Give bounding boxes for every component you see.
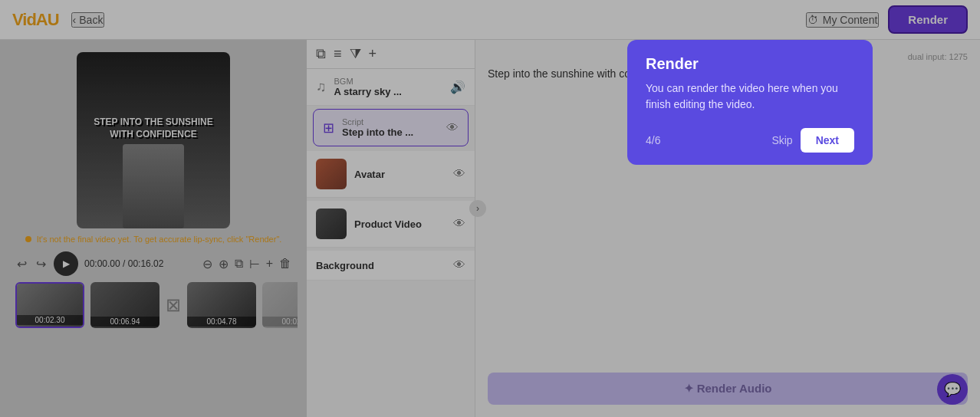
undo-button[interactable]: ↩ <box>15 255 28 273</box>
bgm-volume-icon[interactable]: 🔊 <box>450 80 465 94</box>
layers-add-icon[interactable]: + <box>369 46 377 62</box>
bgm-layer-info: BGM A starry sky ... <box>334 77 443 97</box>
layers-panel: ⧉ ≡ ⧩ + ♫ BGM A starry sky ... 🔊 ⊞ Scrip… <box>307 40 475 417</box>
skip-button[interactable]: Skip <box>771 134 792 146</box>
script-eye-icon[interactable]: 👁 <box>446 121 459 135</box>
logo-vid: Vid <box>12 10 36 29</box>
playback-controls: ↩ ↪ ▶ 00:00.00 / 00:16.02 ⊖ ⊕ ⧉ ⊢ + 🗑 <box>9 251 298 276</box>
script-layer-value: Step into the ... <box>342 126 439 138</box>
topbar: VidAU ‹ Back ⏱ My Content Render <box>0 0 980 40</box>
tooltip-step: 4/6 <box>646 134 660 146</box>
bgm-layer-title: BGM <box>334 77 443 86</box>
back-button[interactable]: ‹ Back <box>71 12 105 28</box>
script-layer-info: Script Step into the ... <box>342 117 439 138</box>
layers-filter-icon[interactable]: ⧩ <box>350 46 361 62</box>
tooltip-description: You can render the video here when you f… <box>646 80 854 113</box>
timeline-thumb-2[interactable]: 00:06.94 <box>90 282 159 328</box>
product-video-layer-info: Product Video <box>354 218 446 230</box>
layers-toolbar: ⧉ ≡ ⧩ + <box>307 40 475 69</box>
chat-icon: 💬 <box>944 381 961 398</box>
background-eye-icon[interactable]: 👁 <box>453 258 465 272</box>
timeline-thumb-3[interactable]: 00:04.78 <box>187 282 256 328</box>
video-person-figure <box>123 144 184 228</box>
my-content-button[interactable]: ⏱ My Content <box>806 12 880 28</box>
trash-icon[interactable]: 🗑 <box>279 257 291 271</box>
script-layer-icon: ⊞ <box>323 120 334 136</box>
bgm-layer-item[interactable]: ♫ BGM A starry sky ... 🔊 <box>307 69 475 106</box>
tooltip-popup: Render You can render the video here whe… <box>627 40 873 165</box>
video-preview-inner: STEP INTO THE SUNSHINEWITH CONFIDENCE <box>77 52 230 228</box>
tooltip-actions: Skip Next <box>771 128 854 153</box>
timeline-thumb-1[interactable]: 00:02.30 <box>15 282 84 328</box>
topbar-left: VidAU ‹ Back <box>12 10 104 30</box>
zoom-out-icon[interactable]: ⊖ <box>202 257 212 271</box>
music-icon: ♫ <box>316 79 327 95</box>
panel-collapse-button[interactable]: › <box>469 200 486 217</box>
warning-text: It's not the final video yet. To get acc… <box>25 235 282 244</box>
playback-extra-controls: ⊖ ⊕ ⧉ ⊢ + 🗑 <box>202 257 291 271</box>
time-display: 00:00.00 / 00:16.02 <box>84 258 163 269</box>
timeline-thumb-4[interactable]: 00:02.00 <box>262 282 298 328</box>
left-panel: STEP INTO THE SUNSHINEWITH CONFIDENCE It… <box>0 40 307 417</box>
video-preview: STEP INTO THE SUNSHINEWITH CONFIDENCE <box>77 52 230 228</box>
background-layer-title: Background <box>316 260 446 271</box>
bgm-layer-value: A starry sky ... <box>334 86 443 97</box>
layers-align-icon[interactable]: ≡ <box>334 46 342 62</box>
background-layer-item[interactable]: Background 👁 <box>307 251 475 281</box>
redo-button[interactable]: ↪ <box>35 255 48 273</box>
product-video-layer-title: Product Video <box>354 218 446 230</box>
timeline-thumb-label-3: 00:04.78 <box>187 317 256 327</box>
chat-button[interactable]: 💬 <box>937 374 968 405</box>
tooltip-footer: 4/6 Skip Next <box>646 128 854 153</box>
zoom-in-icon[interactable]: ⊕ <box>219 257 229 271</box>
timeline: 00:02.30 00:06.94 ⊠ 00:04.78 <box>9 276 298 328</box>
timeline-thumb-label-4: 00:02.00 <box>262 317 298 327</box>
back-arrow-icon: ‹ <box>73 14 77 26</box>
render-audio-button[interactable]: ✦ Render Audio <box>488 373 968 405</box>
topbar-right: ⏱ My Content Render <box>806 5 968 34</box>
my-content-label: My Content <box>823 14 878 26</box>
product-video-layer-item[interactable]: Product Video 👁 <box>307 201 475 248</box>
avatar-layer-info: Avatar <box>354 169 446 180</box>
plus-ctrl-icon[interactable]: + <box>266 257 273 271</box>
clock-icon: ⏱ <box>807 14 818 26</box>
warning-dot-icon <box>25 236 31 242</box>
timeline-thumb-label-1: 00:02.30 <box>17 315 83 325</box>
avatar-layer-thumb <box>316 159 347 189</box>
tooltip-title: Render <box>646 55 854 73</box>
next-button[interactable]: Next <box>801 128 854 153</box>
avatar-layer-title: Avatar <box>354 169 446 180</box>
layers-copy-icon[interactable]: ⧉ <box>316 46 326 62</box>
copy-icon[interactable]: ⧉ <box>235 257 243 271</box>
script-layer-item[interactable]: ⊞ Script Step into the ... 👁 <box>313 109 469 146</box>
back-label: Back <box>79 14 103 26</box>
render-top-button[interactable]: Render <box>888 5 968 34</box>
timeline-thumb-label-2: 00:06.94 <box>90 317 159 327</box>
logo-au: AU <box>36 10 59 29</box>
script-layer-title: Script <box>342 117 439 126</box>
timeline-separator: ⊠ <box>166 294 181 316</box>
avatar-eye-icon[interactable]: 👁 <box>453 167 465 181</box>
app-logo: VidAU <box>12 10 59 30</box>
play-button[interactable]: ▶ <box>54 251 78 276</box>
video-preview-text: STEP INTO THE SUNSHINEWITH CONFIDENCE <box>94 117 213 140</box>
split-icon[interactable]: ⊢ <box>249 257 260 271</box>
background-layer-info: Background <box>316 260 446 271</box>
avatar-layer-item[interactable]: Avatar 👁 <box>307 151 475 198</box>
product-video-eye-icon[interactable]: 👁 <box>453 217 465 231</box>
product-video-layer-thumb <box>316 208 347 239</box>
